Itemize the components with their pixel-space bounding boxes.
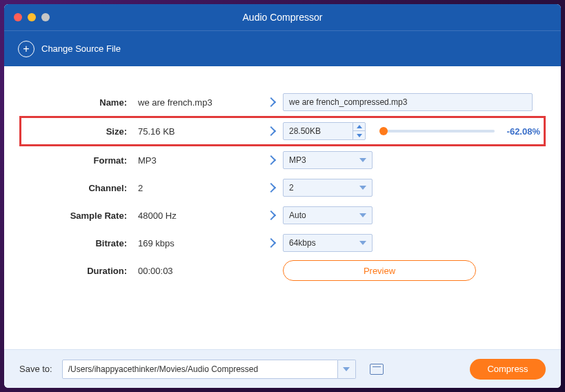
triangle-up-icon	[357, 125, 362, 128]
change-source-label: Change Source File	[41, 43, 121, 54]
compress-button-label: Compress	[487, 364, 528, 374]
channel-select[interactable]: 2	[283, 179, 373, 197]
chevron-right-icon	[266, 155, 276, 165]
window-title: Audio Compressor	[4, 12, 561, 23]
toolbar: + Change Source File	[4, 30, 561, 66]
row-bitrate: Bitrate: 169 kbps 64kbps	[25, 229, 540, 257]
compress-button[interactable]: Compress	[470, 359, 546, 380]
chevron-right-icon	[266, 238, 276, 248]
row-size: Size: 75.16 KB 28.50KB -62.08%	[19, 116, 546, 146]
bitrate-label: Bitrate:	[25, 238, 135, 248]
duration-label: Duration:	[25, 266, 135, 276]
plus-circle-icon: +	[18, 41, 34, 57]
bitrate-select-value: 64kbps	[289, 238, 316, 248]
duration-value: 00:00:03	[135, 266, 259, 276]
format-select-value: MP3	[289, 155, 306, 165]
chevron-right-icon	[266, 97, 276, 107]
bitrate-source-value: 169 kbps	[135, 238, 259, 248]
preview-button[interactable]: Preview	[283, 260, 476, 281]
chevron-down-icon	[359, 158, 366, 162]
output-name-input[interactable]	[283, 93, 533, 111]
stepper-down-button[interactable]	[353, 131, 365, 139]
channel-label: Channel:	[25, 183, 135, 193]
chevron-down-icon	[359, 241, 366, 245]
row-channel: Channel: 2 2	[25, 174, 540, 202]
size-source-value: 75.16 KB	[135, 126, 259, 137]
footer: Save to: Compress	[4, 349, 561, 388]
slider-thumb[interactable]	[379, 127, 388, 135]
chevron-down-icon	[359, 213, 366, 217]
target-size-stepper[interactable]: 28.50KB	[283, 122, 366, 140]
chevron-down-icon	[359, 186, 366, 190]
open-folder-button[interactable]	[370, 364, 384, 375]
preview-button-label: Preview	[364, 266, 395, 276]
size-label: Size:	[25, 126, 135, 137]
save-to-label: Save to:	[19, 364, 52, 374]
chevron-right-icon	[266, 210, 276, 220]
save-path-input[interactable]	[62, 360, 338, 379]
bitrate-select[interactable]: 64kbps	[283, 234, 373, 252]
format-source-value: MP3	[135, 155, 259, 166]
change-source-file-button[interactable]: + Change Source File	[18, 41, 121, 57]
stepper-up-button[interactable]	[353, 123, 365, 131]
chevron-right-icon	[266, 183, 276, 193]
channel-select-value: 2	[289, 183, 294, 193]
titlebar: Audio Compressor	[4, 4, 561, 30]
row-duration: Duration: 00:00:03 Preview	[25, 257, 540, 284]
row-name: Name: we are french.mp3	[25, 88, 540, 116]
sample-rate-select-value: Auto	[289, 210, 306, 220]
name-source-value: we are french.mp3	[135, 97, 259, 108]
channel-source-value: 2	[135, 183, 259, 193]
size-slider[interactable]	[384, 130, 495, 133]
size-reduction-percent: -62.08%	[500, 126, 540, 137]
format-label: Format:	[25, 155, 135, 166]
chevron-right-icon	[266, 126, 276, 136]
save-path-dropdown-button[interactable]	[338, 360, 356, 379]
row-format: Format: MP3 MP3	[25, 146, 540, 174]
sample-rate-label: Sample Rate:	[25, 210, 135, 221]
main-panel: Name: we are french.mp3 Size: 75.16 KB 2…	[4, 66, 561, 349]
sample-rate-source-value: 48000 Hz	[135, 210, 259, 221]
chevron-down-icon	[343, 367, 350, 371]
target-size-value: 28.50KB	[284, 126, 353, 136]
format-select[interactable]: MP3	[283, 151, 373, 169]
row-sample-rate: Sample Rate: 48000 Hz Auto	[25, 202, 540, 229]
sample-rate-select[interactable]: Auto	[283, 206, 373, 224]
app-window: Audio Compressor + Change Source File Na…	[4, 4, 561, 388]
triangle-down-icon	[357, 134, 362, 137]
name-label: Name:	[25, 97, 135, 108]
